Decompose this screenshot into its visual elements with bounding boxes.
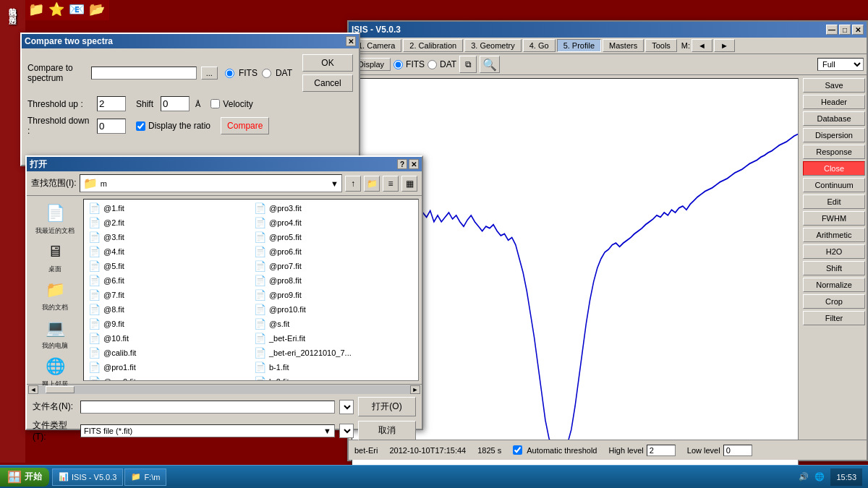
header-button[interactable]: Header	[803, 95, 865, 109]
list-item[interactable]: 📄@calib.fit	[85, 346, 251, 360]
compare-fits-radio[interactable]	[225, 69, 234, 78]
recent-docs-nav[interactable]: 📄 我最近的文档	[31, 202, 79, 236]
top-icon-2[interactable]: ⭐	[48, 1, 66, 19]
cancel-button[interactable]: Cancel	[302, 74, 353, 92]
my-docs-nav[interactable]: 📁 我的文档	[31, 278, 79, 312]
top-icon-1[interactable]: 📁	[28, 1, 46, 19]
threshold-down-input[interactable]	[97, 119, 126, 134]
list-item[interactable]: 📄@pro3.fit	[251, 201, 417, 215]
dat-radio[interactable]	[427, 60, 437, 69]
edit-button[interactable]: Edit	[803, 194, 865, 209]
filename-dropdown[interactable]: ▼	[339, 400, 354, 414]
auto-threshold-checkbox[interactable]	[513, 445, 522, 455]
list-item[interactable]: 📄@5.fit	[85, 259, 251, 273]
list-item[interactable]: 📄@10.fit	[85, 331, 251, 346]
open-close-button[interactable]: ✕	[409, 159, 419, 169]
taskbar-item-files[interactable]: 📁 F:\m	[124, 468, 166, 486]
shift-input[interactable]	[161, 96, 190, 111]
shift-button[interactable]: Shift	[803, 261, 865, 275]
nav-prev[interactable]: ◄	[692, 39, 712, 52]
list-item[interactable]: 📄@s.fit	[251, 317, 417, 331]
arithmetic-button[interactable]: Arithmetic	[803, 228, 865, 242]
location-combo[interactable]: 📁 m ▼	[80, 174, 342, 192]
h2o-button[interactable]: H2O	[803, 244, 865, 259]
filetype-combo[interactable]: FITS file (*.fit) ▼	[80, 424, 335, 437]
scroll-left-btn[interactable]: ◄	[28, 385, 38, 394]
browse-button[interactable]: ...	[201, 67, 218, 80]
crop-button[interactable]: Crop	[803, 294, 865, 309]
normalize-button[interactable]: Normalize	[803, 278, 865, 292]
network-nav[interactable]: 🌐 网上邻居	[31, 355, 79, 389]
tab-calibration[interactable]: 2. Calibration	[403, 39, 463, 52]
list-item[interactable]: 📄@pro1.fit	[85, 360, 251, 374]
threshold-up-input[interactable]	[97, 96, 126, 111]
zoom-select[interactable]: Full Half Quarter	[817, 58, 864, 71]
close-panel-button[interactable]: Close	[803, 161, 865, 176]
open-button[interactable]: 打开(O)	[358, 397, 416, 416]
list-item[interactable]: 📄@2.fit	[85, 215, 251, 230]
tab-go[interactable]: 4. Go	[523, 39, 556, 52]
list-item[interactable]: 📄_bet-Eri.fit	[251, 331, 417, 346]
tab-tools[interactable]: Tools	[645, 39, 677, 52]
velocity-checkbox[interactable]	[210, 99, 220, 108]
open-help-button[interactable]: ?	[397, 159, 407, 169]
close-button[interactable]: ✕	[852, 25, 864, 35]
scroll-track[interactable]	[38, 385, 410, 394]
dispersion-button[interactable]: Dispersion	[803, 128, 865, 142]
list-item[interactable]: 📄@pro10.fit	[251, 302, 417, 317]
nav-view2-button[interactable]: ▦	[401, 176, 417, 192]
nav-up-button[interactable]: ↑	[345, 176, 361, 192]
list-item[interactable]: 📄@1.fit	[85, 201, 251, 215]
scroll-thumb[interactable]	[46, 386, 75, 393]
fwhm-button[interactable]: FWHM	[803, 211, 865, 226]
open-folder-button[interactable]: 🔍	[480, 56, 500, 73]
list-item[interactable]: 📄@4.fit	[85, 244, 251, 259]
list-item[interactable]: 📄@6.fit	[85, 273, 251, 288]
list-item[interactable]: 📄b-2.fit	[251, 374, 417, 381]
tab-masters[interactable]: Masters	[603, 39, 644, 52]
desktop-nav[interactable]: 🖥 桌面	[31, 240, 79, 274]
list-item[interactable]: 📄@pro9.fit	[251, 288, 417, 302]
scroll-right-btn[interactable]: ►	[410, 385, 420, 394]
filename-input[interactable]	[84, 403, 331, 411]
horizontal-scrollbar[interactable]: ◄ ►	[27, 384, 422, 394]
open-cancel-button[interactable]: 取消	[358, 421, 416, 440]
minimize-button[interactable]: —	[826, 25, 838, 35]
compare-button[interactable]: Compare	[221, 117, 269, 134]
nav-next[interactable]: ►	[714, 39, 735, 52]
response-button[interactable]: Response	[803, 145, 865, 159]
fits-radio[interactable]	[393, 60, 403, 69]
list-item[interactable]: 📄@9.fit	[85, 317, 251, 331]
copy-icon-button[interactable]: ⧉	[459, 56, 477, 73]
compare-close-button[interactable]: ✕	[346, 36, 356, 46]
list-item[interactable]: 📄b-1.fit	[251, 360, 417, 374]
continuum-button[interactable]: Continuum	[803, 178, 865, 192]
maximize-button[interactable]: □	[839, 25, 851, 35]
database-button[interactable]: Database	[803, 111, 865, 126]
compare-dat-radio[interactable]	[262, 69, 271, 78]
ok-button[interactable]: OK	[302, 54, 353, 72]
list-item[interactable]: 📄@8.fit	[85, 302, 251, 317]
filetype-dropdown[interactable]: ▼	[339, 424, 354, 438]
top-icon-3[interactable]: 📧	[69, 1, 86, 19]
list-item[interactable]: 📄@pro7.fit	[251, 259, 417, 273]
list-item[interactable]: 📄@pro6.fit	[251, 244, 417, 259]
list-item[interactable]: 📄@3.fit	[85, 230, 251, 244]
list-item[interactable]: 📄@7.fit	[85, 288, 251, 302]
start-button[interactable]: 🪟 开始	[0, 468, 49, 487]
nav-view-button[interactable]: ≡	[383, 176, 399, 192]
list-item[interactable]: 📄@pro8.fit	[251, 273, 417, 288]
filter-button[interactable]: Filter	[803, 311, 865, 325]
low-level-input[interactable]	[723, 445, 752, 456]
list-item[interactable]: 📄@pro2.fit	[85, 374, 251, 381]
my-computer-nav[interactable]: 💻 我的电脑	[31, 317, 79, 351]
top-icon-4[interactable]: 📂	[89, 1, 106, 19]
nav-new-folder-button[interactable]: 📁	[364, 176, 380, 192]
high-level-input[interactable]	[647, 445, 676, 456]
display-ratio-checkbox[interactable]	[136, 121, 145, 131]
list-item[interactable]: 📄@pro4.fit	[251, 215, 417, 230]
tab-profile[interactable]: 5. Profile	[557, 39, 601, 52]
tab-geometry[interactable]: 3. Geometry	[464, 39, 522, 52]
compare-spectrum-input[interactable]	[91, 67, 197, 80]
list-item[interactable]: 📄@pro5.fit	[251, 230, 417, 244]
